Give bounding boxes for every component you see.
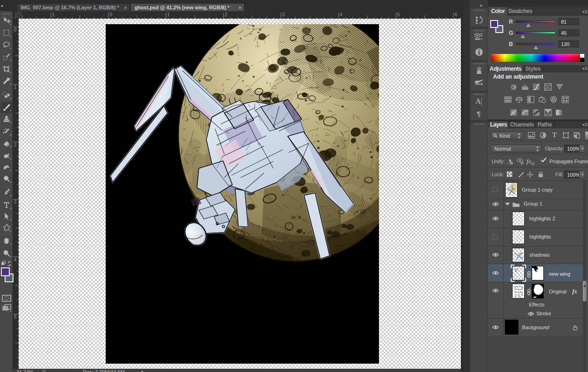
svg-text:0: 0 <box>110 12 113 17</box>
svg-text:3: 3 <box>282 12 285 17</box>
svg-text:2: 2 <box>14 142 17 147</box>
svg-text:1: 1 <box>52 12 55 17</box>
svg-text:2: 2 <box>225 12 228 17</box>
svg-text:4: 4 <box>340 12 343 17</box>
svg-text:6: 6 <box>455 12 458 17</box>
svg-text:3: 3 <box>14 199 17 205</box>
svg-text:1: 1 <box>14 85 17 90</box>
svg-text:5: 5 <box>397 12 400 17</box>
svg-text:0: 0 <box>14 27 17 33</box>
svg-text:1: 1 <box>167 12 170 17</box>
svg-text:5: 5 <box>14 314 17 319</box>
svg-text:4: 4 <box>14 257 17 262</box>
